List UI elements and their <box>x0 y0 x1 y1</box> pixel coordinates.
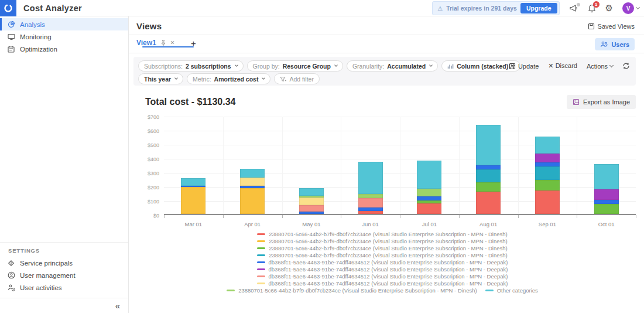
bar-segment[interactable] <box>299 198 324 205</box>
legend-item-other-categories[interactable]: Other categories <box>485 287 538 294</box>
pie-chart-icon <box>7 21 15 28</box>
bar-segment[interactable] <box>535 137 560 154</box>
x-axis-tick <box>459 215 460 218</box>
sidebar-item-monitoring[interactable]: Monitoring <box>0 30 128 43</box>
sidebar-item-user-management[interactable]: User management <box>0 269 128 281</box>
bar-segment[interactable] <box>181 178 205 186</box>
x-axis-tick <box>282 215 283 218</box>
active-tab-indicator <box>142 46 194 48</box>
sidebar-item-analysis[interactable]: Analysis <box>0 18 128 30</box>
legend-item[interactable]: 23880701-5c66-44b2-b7f9-db0f7cb234ce (Vi… <box>257 231 508 237</box>
bar-segment[interactable] <box>240 169 265 178</box>
discard-button[interactable]: ✕ Discard <box>548 62 577 70</box>
bar-segment[interactable] <box>594 204 619 214</box>
filter-metric[interactable]: Metric:Amortized cost <box>187 73 270 84</box>
user-menu[interactable]: V <box>622 2 639 14</box>
bar-segment[interactable] <box>358 162 383 193</box>
main-content: Views Saved Views View1 ✕ + Users <box>129 16 644 313</box>
bar-segment[interactable] <box>181 187 205 214</box>
announcements-icon[interactable] <box>569 4 578 12</box>
stacked-bar-aug-01[interactable] <box>476 125 501 214</box>
refresh-icon <box>622 62 630 70</box>
add-tab-button[interactable]: + <box>191 38 196 48</box>
legend-item[interactable]: 23880701-5c66-44b2-b7f9-db0f7cb234ce (Vi… <box>257 252 508 258</box>
stacked-bar-sep-01[interactable] <box>535 137 560 214</box>
legend-item[interactable]: db368fc1-5ae6-4463-91be-74dff4634512 (Vi… <box>257 273 508 280</box>
actions-dropdown[interactable]: Actions <box>587 63 613 70</box>
monitor-icon <box>7 33 15 40</box>
filter-time-range[interactable]: This year <box>138 73 183 84</box>
filter-granularity[interactable]: Granularity:Accumulated <box>347 60 438 72</box>
add-filter-button[interactable]: Add filter <box>274 73 319 84</box>
bar-chart-icon <box>447 63 454 69</box>
users-button[interactable]: Users <box>595 38 635 50</box>
sidebar-collapse-button[interactable]: « <box>115 301 120 311</box>
stacked-bar-jun-01[interactable] <box>358 162 383 214</box>
x-axis-tick-label: Mar 01 <box>164 221 223 227</box>
x-axis-tick <box>577 215 577 218</box>
bar-segment[interactable] <box>476 169 501 182</box>
bar-segment[interactable] <box>417 189 441 197</box>
x-axis-tick <box>341 215 341 218</box>
upgrade-button[interactable]: Upgrade <box>520 3 557 13</box>
bar-segment[interactable] <box>535 162 560 167</box>
gridline-vertical <box>577 117 577 214</box>
tab-view1[interactable]: View1 ✕ <box>136 39 174 47</box>
sidebar-item-service-principals[interactable]: Service principals <box>0 257 128 269</box>
export-as-image-button[interactable]: Export as Image <box>567 95 636 109</box>
tab-close-icon[interactable]: ✕ <box>170 40 175 46</box>
bar-segment[interactable] <box>240 188 265 214</box>
filter-subscriptions[interactable]: Subscriptions:2 subscriptions <box>138 60 244 72</box>
bar-segment[interactable] <box>535 190 560 214</box>
sidebar-item-optimization[interactable]: Optimization <box>0 43 128 55</box>
stacked-bar-apr-01[interactable] <box>240 169 265 214</box>
app-title: Cost Analyzer <box>23 4 82 13</box>
bar-segment[interactable] <box>240 178 265 186</box>
sidebar-item-user-activities[interactable]: User activities <box>0 281 128 294</box>
chevron-down-icon <box>174 76 178 80</box>
trial-text: Trial expires in 291 days <box>446 5 517 12</box>
settings-gear-icon[interactable]: ⚙ <box>605 3 613 13</box>
bar-segment[interactable] <box>358 194 383 198</box>
notification-count-badge: 1 <box>593 1 600 8</box>
stacked-bar-jul-01[interactable] <box>417 161 441 214</box>
pin-icon[interactable] <box>160 40 166 46</box>
stacked-bar-oct-01[interactable] <box>594 164 619 214</box>
legend-item[interactable]: 23880701-5c66-44b2-b7f9-db0f7cb234ce (Vi… <box>257 238 508 244</box>
legend-item[interactable]: 23880701-5c66-44b2-b7f9-db0f7cb234ce (Vi… <box>227 287 538 294</box>
bar-segment[interactable] <box>299 205 324 212</box>
bar-segment[interactable] <box>476 182 501 192</box>
saved-views-button[interactable]: Saved Views <box>588 23 635 30</box>
legend-item[interactable]: db368fc1-5ae6-4463-91be-74dff4634512 (Vi… <box>257 259 508 266</box>
filter-group-by[interactable]: Group by:Resource Group <box>247 60 343 72</box>
bar-segment[interactable] <box>535 180 560 191</box>
legend-item[interactable]: db368fc1-5ae6-4463-91be-74dff4634512 (Vi… <box>257 266 508 273</box>
stacked-bar-may-01[interactable] <box>299 188 324 214</box>
refresh-button[interactable] <box>622 62 630 70</box>
bar-segment[interactable] <box>535 154 560 162</box>
bar-segment[interactable] <box>417 203 441 214</box>
bar-segment[interactable] <box>299 212 324 214</box>
stacked-bar-mar-01[interactable] <box>181 178 205 214</box>
bar-segment[interactable] <box>535 166 560 179</box>
bar-segment[interactable] <box>417 196 441 200</box>
bar-segment[interactable] <box>594 189 619 200</box>
legend-marker <box>257 254 265 256</box>
update-button[interactable]: Update <box>509 63 539 70</box>
bar-segment[interactable] <box>594 200 619 204</box>
legend-item[interactable]: 23880701-5c66-44b2-b7f9-db0f7cb234ce (Vi… <box>257 245 508 251</box>
legend-marker <box>227 290 235 291</box>
bar-segment[interactable] <box>594 164 619 189</box>
bar-segment[interactable] <box>476 165 501 169</box>
legend-item[interactable]: db368fc1-5ae6-4463-91be-74dff4634512 (Vi… <box>257 280 508 287</box>
y-axis-tick-label: $500 <box>136 142 159 148</box>
legend-label: db368fc1-5ae6-4463-91be-74dff4634512 (Vi… <box>269 259 508 266</box>
bar-segment[interactable] <box>417 161 441 189</box>
avatar[interactable]: V <box>622 2 634 14</box>
bar-segment[interactable] <box>476 125 501 166</box>
notifications-bell-icon[interactable]: 1 <box>588 4 596 13</box>
bar-segment[interactable] <box>476 192 501 214</box>
bar-segment[interactable] <box>358 198 383 207</box>
bar-segment[interactable] <box>358 211 383 214</box>
bar-segment[interactable] <box>299 188 324 196</box>
